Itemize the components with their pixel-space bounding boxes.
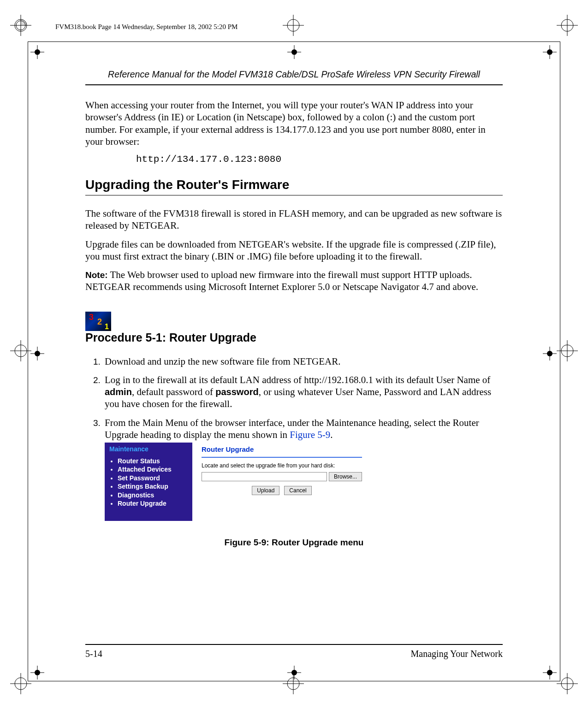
crop-mark-icon [559, 343, 575, 359]
nav-item-router-status[interactable]: Router Status [118, 457, 189, 466]
crop-mark-icon [559, 676, 575, 691]
body-text: The software of the FVM318 firewall is s… [85, 207, 503, 232]
page-number: 5-14 [85, 649, 102, 659]
panel-title: Router Upgrade [202, 445, 362, 454]
divider [202, 457, 362, 458]
nav-heading: Maintenance [109, 445, 189, 454]
main-panel: Router Upgrade Locate and select the upg… [192, 443, 368, 521]
divider [85, 84, 503, 85]
crop-mark-icon [13, 676, 29, 691]
crop-mark-icon [13, 343, 29, 359]
nav-list: Router Status Attached Devices Set Passw… [109, 457, 189, 508]
nav-item-diagnostics[interactable]: Diagnostics [118, 491, 189, 500]
bold-text: admin [105, 387, 132, 397]
code-example: http://134.177.0.123:8080 [136, 154, 503, 165]
text: . [330, 429, 333, 440]
upload-button[interactable]: Upload [252, 486, 279, 495]
body-text: When accessing your router from the Inte… [85, 99, 503, 148]
running-title: Reference Manual for the Model FVM318 Ca… [85, 69, 503, 80]
nav-item-router-upgrade[interactable]: Router Upgrade [118, 500, 189, 508]
note-text: Note: The Web browser used to upload new… [85, 269, 503, 293]
procedure-heading: Procedure 5-1: Router Upgrade [85, 331, 503, 344]
upgrade-file-input[interactable] [202, 472, 327, 481]
list-item: Download and unzip the new software file… [103, 355, 503, 367]
crop-mark-icon [559, 18, 575, 33]
body-text: Upgrade files can be downloaded from NET… [85, 238, 503, 263]
print-header-meta: FVM318.book Page 14 Wednesday, September… [55, 23, 238, 31]
footer-section: Managing Your Network [411, 649, 503, 659]
note-label: Note: [85, 270, 108, 280]
nav-item-set-password[interactable]: Set Password [118, 474, 189, 483]
browse-button[interactable]: Browse... [329, 472, 362, 481]
divider [85, 195, 503, 195]
list-item: From the Main Menu of the browser interf… [103, 417, 503, 521]
locate-label: Locate and select the upgrade file from … [202, 462, 362, 469]
bold-text: password [215, 387, 258, 397]
note-body: The Web browser used to upload new firmw… [85, 269, 478, 292]
nav-item-attached-devices[interactable]: Attached Devices [118, 466, 189, 474]
procedure-steps: Download and unzip the new software file… [85, 355, 503, 521]
text: Log in to the firewall at its default LA… [105, 374, 490, 385]
page-footer: 5-14 Managing Your Network [85, 644, 503, 659]
crop-mark-icon [285, 18, 301, 33]
list-item: Log in to the firewall at its default LA… [103, 374, 503, 410]
text: , default password of [132, 386, 215, 397]
figure-caption: Figure 5-9: Router Upgrade menu [85, 538, 503, 548]
crop-mark-icon [13, 18, 29, 33]
countdown-icon: 321 [85, 312, 111, 331]
embedded-screenshot: Maintenance Router Status Attached Devic… [105, 443, 368, 521]
nav-panel: Maintenance Router Status Attached Devic… [105, 443, 192, 521]
cancel-button[interactable]: Cancel [284, 486, 311, 495]
nav-item-settings-backup[interactable]: Settings Backup [118, 483, 189, 491]
section-heading: Upgrading the Router's Firmware [85, 177, 503, 192]
figure-reference-link[interactable]: Figure 5-9 [290, 429, 330, 440]
